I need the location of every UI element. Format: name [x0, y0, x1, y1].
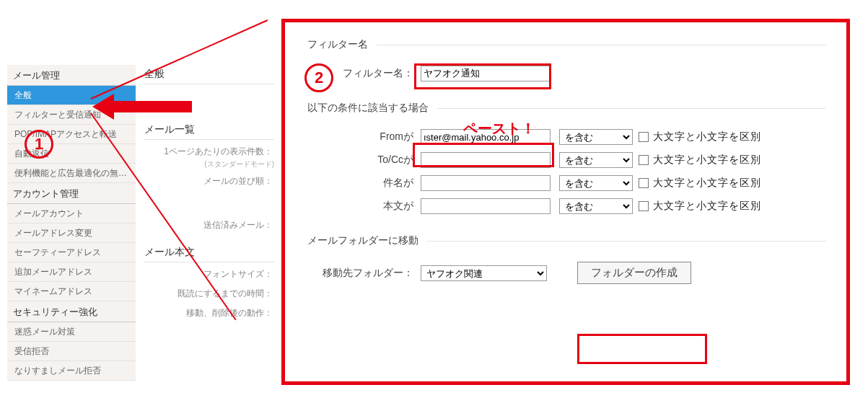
legend-filter-name: フィルター名	[305, 38, 377, 51]
filter-settings-panel: フィルター名 フィルター名： 以下の条件に該当する場合 Fromが を含む 大文…	[281, 19, 850, 385]
input-from[interactable]	[421, 129, 551, 145]
label-tocc: To/Ccが	[305, 154, 421, 167]
select-body-op[interactable]: を含む	[559, 198, 633, 214]
sidebar-section-title: アカウント管理	[7, 183, 136, 204]
label-case: 大文字と小文字を区別	[653, 200, 761, 213]
checkbox-subject-case[interactable]	[639, 178, 649, 188]
input-filter-name[interactable]	[421, 66, 551, 81]
sidebar-item-spam[interactable]: 迷惑メール対策	[7, 322, 136, 342]
mid-line-afterdelete: 移動、削除後の動作：	[144, 301, 274, 321]
mid-heading-body: メール本文	[144, 243, 274, 262]
mid-heading-general: 全般	[144, 65, 274, 84]
input-subject[interactable]	[421, 175, 551, 191]
sidebar-section-title: セキュリティー強化	[7, 301, 136, 322]
label-move-folder: 移動先フォルダー：	[305, 267, 421, 280]
sidebar-item-extra-address[interactable]: 追加メールアドレス	[7, 262, 136, 282]
sidebar-item-general[interactable]: 全般	[7, 86, 136, 105]
label-body: 本文が	[305, 200, 421, 213]
mid-line-readtime: 既読にするまでの時間：	[144, 282, 274, 301]
mid-heading-mail-list: メール一覧	[144, 120, 274, 140]
checkbox-body-case[interactable]	[639, 201, 649, 211]
checkbox-tocc-case[interactable]	[639, 155, 649, 165]
select-tocc-op[interactable]: を含む	[559, 152, 633, 168]
mid-line-fontsize: フォントサイズ：	[144, 262, 274, 282]
sidebar-item-autoreply[interactable]: 自動返信	[7, 144, 136, 164]
mid-line-sort: メールの並び順：	[144, 169, 274, 189]
label-from: Fromが	[305, 130, 421, 143]
sidebar-item-spoof[interactable]: なりすましメール拒否	[7, 361, 136, 381]
sidebar-item-mail-account[interactable]: メールアカウント	[7, 204, 136, 223]
sidebar-item-filter[interactable]: フィルターと受信通知	[7, 105, 136, 125]
settings-detail-column: 全般 メール一覧 1ページあたりの表示件数： (スタンダードモード) メールの並…	[144, 65, 274, 321]
mid-line-pagecount-sub: (スタンダードモード)	[144, 159, 274, 169]
select-from-op[interactable]: を含む	[559, 129, 633, 145]
legend-conditions: 以下の条件に該当する場合	[305, 102, 437, 115]
mid-line-sent: 送信済みメール：	[144, 213, 274, 233]
input-tocc[interactable]	[421, 152, 551, 168]
legend-move: メールフォルダーに移動	[305, 234, 427, 247]
condition-row-subject: 件名が を含む 大文字と小文字を区別	[305, 175, 826, 191]
label-case: 大文字と小文字を区別	[653, 130, 761, 143]
fieldset-move-folder: メールフォルダーに移動 移動先フォルダー： ヤフオク関連 フォルダーの作成	[305, 234, 826, 291]
sidebar-item-address-change[interactable]: メールアドレス変更	[7, 223, 136, 243]
sidebar-item-myname-address[interactable]: マイネームアドレス	[7, 282, 136, 301]
condition-row-tocc: To/Ccが を含む 大文字と小文字を区別	[305, 152, 826, 168]
input-body[interactable]	[421, 198, 551, 214]
condition-row-from: Fromが を含む 大文字と小文字を区別	[305, 129, 826, 145]
sidebar-item-pop-imap[interactable]: POP/IMAPアクセスと転送	[7, 125, 136, 144]
label-subject: 件名が	[305, 177, 421, 190]
create-folder-button[interactable]: フォルダーの作成	[577, 262, 691, 284]
mid-line-pagecount: 1ページあたりの表示件数：	[144, 140, 274, 159]
fieldset-conditions: 以下の条件に該当する場合 Fromが を含む 大文字と小文字を区別 To/Ccが…	[305, 102, 826, 221]
select-subject-op[interactable]: を含む	[559, 175, 633, 191]
settings-sidebar: メール管理 全般 フィルターと受信通知 POP/IMAPアクセスと転送 自動返信…	[7, 65, 136, 381]
condition-row-body: 本文が を含む 大文字と小文字を区別	[305, 198, 826, 214]
label-case: 大文字と小文字を区別	[653, 177, 761, 190]
checkbox-from-case[interactable]	[639, 132, 649, 142]
sidebar-section-title: メール管理	[7, 65, 136, 86]
sidebar-item-safety-address[interactable]: セーフティーアドレス	[7, 243, 136, 262]
sidebar-item-block[interactable]: 受信拒否	[7, 342, 136, 361]
select-target-folder[interactable]: ヤフオク関連	[421, 265, 547, 281]
fieldset-filter-name: フィルター名 フィルター名：	[305, 38, 826, 89]
label-filter-name: フィルター名：	[305, 67, 421, 80]
sidebar-item-ads-opt[interactable]: 便利機能と広告最適化の無…	[7, 164, 136, 183]
label-case: 大文字と小文字を区別	[653, 154, 761, 167]
